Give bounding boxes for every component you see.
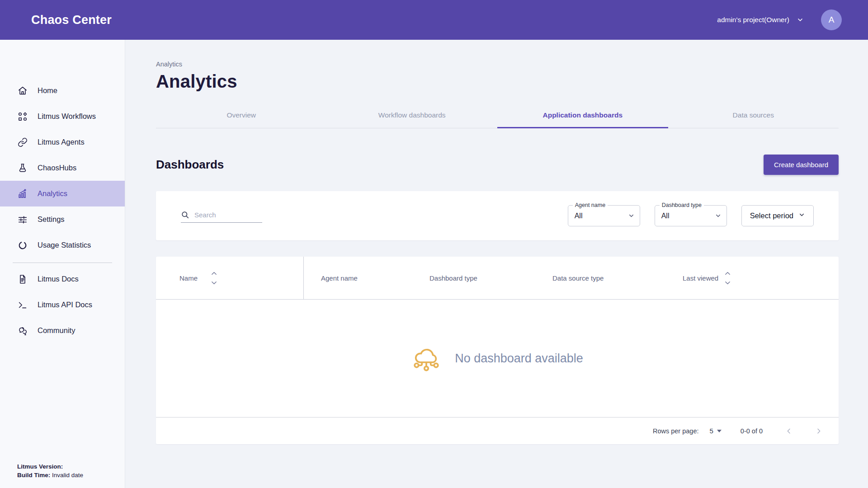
- breadcrumb: Analytics: [156, 61, 839, 68]
- flask-icon: [17, 163, 28, 174]
- column-header-dashboard-type: Dashboard type: [412, 257, 534, 299]
- column-label: Last viewed: [683, 274, 718, 282]
- agent-name-select-value: All: [575, 212, 583, 220]
- create-dashboard-button[interactable]: Create dashboard: [764, 155, 839, 175]
- cloud-network-icon: [411, 344, 441, 372]
- tab-workflow-dashboards[interactable]: Workflow dashboards: [327, 103, 498, 128]
- chevron-left-icon: [785, 427, 793, 435]
- usage-circle-icon: [17, 240, 28, 251]
- sidebar-item-analytics[interactable]: Analytics: [0, 181, 125, 206]
- column-header-data-source-type: Data source type: [534, 257, 665, 299]
- pagination-range: 0-0 of 0: [741, 427, 763, 435]
- build-time-label: Build Time:: [17, 472, 50, 479]
- sidebar-item-litmus-workflows[interactable]: Litmus Workflows: [0, 103, 125, 129]
- top-bar: Chaos Center admin's project(Owner) A: [0, 0, 868, 40]
- sidebar-item-litmus-agents[interactable]: Litmus Agents: [0, 129, 125, 155]
- empty-state: No dashboard available: [156, 300, 839, 417]
- sidebar-item-label: Settings: [38, 215, 65, 224]
- column-header-name: Name: [156, 257, 304, 299]
- sidebar-item-label: Litmus Agents: [38, 138, 85, 146]
- rows-per-page-label: Rows per page:: [653, 427, 699, 435]
- tab-data-sources[interactable]: Data sources: [668, 103, 839, 128]
- sidebar-item-litmus-api-docs[interactable]: Litmus API Docs: [0, 292, 125, 318]
- select-period-label: Select period: [750, 211, 793, 220]
- main-content: Analytics Analytics Overview Workflow da…: [125, 40, 868, 488]
- avatar-initial: A: [829, 15, 835, 25]
- previous-page-button[interactable]: [783, 425, 795, 437]
- column-header-agent-name: Agent name: [304, 257, 412, 299]
- dashboard-type-select-label: Dashboard type: [660, 202, 704, 208]
- sidebar-item-label: ChaosHubs: [38, 164, 76, 172]
- tab-application-dashboards[interactable]: Application dashboards: [497, 103, 668, 128]
- sort-ascending-icon[interactable]: [725, 272, 731, 275]
- project-selector[interactable]: admin's project(Owner): [717, 16, 804, 24]
- pagination-bar: Rows per page: 5 0-0 of 0: [156, 417, 839, 444]
- rows-per-page-value: 5: [709, 427, 713, 435]
- column-label: Data source type: [552, 274, 604, 282]
- dashboard-type-select-value: All: [661, 212, 670, 220]
- workflows-icon: [17, 111, 28, 122]
- column-label: Dashboard type: [429, 274, 477, 282]
- sidebar-item-label: Community: [38, 326, 75, 335]
- home-icon: [17, 85, 28, 96]
- tab-bar: Overview Workflow dashboards Application…: [156, 103, 839, 128]
- document-icon: [17, 274, 28, 285]
- column-label: Name: [179, 274, 198, 282]
- sort-descending-icon[interactable]: [725, 281, 731, 285]
- page-title: Analytics: [156, 71, 839, 92]
- empty-state-message: No dashboard available: [455, 352, 583, 366]
- sidebar-item-settings[interactable]: Settings: [0, 206, 125, 232]
- next-page-button[interactable]: [812, 425, 825, 437]
- litmus-version-label: Litmus Version:: [17, 463, 63, 470]
- project-selector-label: admin's project(Owner): [717, 16, 789, 24]
- sidebar-divider: [13, 263, 112, 263]
- dashboard-type-select[interactable]: Dashboard type All: [655, 205, 727, 226]
- sidebar-item-label: Litmus API Docs: [38, 300, 92, 309]
- sidebar-item-label: Analytics: [38, 189, 67, 198]
- dashboards-table: Name Agent name Dashboard type Data sour…: [156, 257, 839, 444]
- sidebar-item-label: Usage Statistics: [38, 241, 91, 249]
- chevron-right-icon: [815, 427, 822, 435]
- caret-down-icon: [717, 430, 722, 432]
- avatar[interactable]: A: [821, 9, 842, 30]
- search-field: [181, 209, 262, 223]
- sidebar-item-label: Litmus Docs: [38, 275, 79, 283]
- sidebar-item-home[interactable]: Home: [0, 78, 125, 103]
- search-input[interactable]: [181, 209, 262, 223]
- filter-controls: Agent name All Dashboard type All Select…: [568, 205, 814, 226]
- version-info: Litmus Version: Build Time: Invalid date: [17, 462, 83, 480]
- column-label: Agent name: [321, 274, 358, 282]
- sidebar-nav: Home Litmus Workflows Litmus Agents Chao…: [0, 40, 125, 343]
- sidebar-item-litmus-docs[interactable]: Litmus Docs: [0, 266, 125, 292]
- chevron-down-icon: [715, 212, 722, 219]
- sort-ascending-icon[interactable]: [211, 272, 217, 275]
- analytics-chart-icon: [17, 188, 28, 199]
- section-header: Dashboards Create dashboard: [156, 155, 839, 175]
- table-header-row: Name Agent name Dashboard type Data sour…: [156, 257, 839, 300]
- link-icon: [17, 137, 28, 148]
- sliders-icon: [17, 214, 28, 225]
- chat-bubbles-icon: [17, 325, 28, 336]
- rows-per-page-select[interactable]: 5: [709, 427, 721, 435]
- column-header-last-viewed: Last viewed: [665, 257, 731, 299]
- sort-descending-icon[interactable]: [211, 281, 217, 285]
- app-title: Chaos Center: [31, 13, 112, 27]
- sidebar-item-label: Home: [38, 86, 57, 95]
- chevron-down-icon: [797, 16, 804, 23]
- filter-bar: Agent name All Dashboard type All Select…: [156, 191, 839, 240]
- tab-overview[interactable]: Overview: [156, 103, 327, 128]
- sidebar-item-label: Litmus Workflows: [38, 112, 96, 121]
- select-period-button[interactable]: Select period: [741, 205, 814, 226]
- sort-control: [211, 272, 217, 285]
- sidebar-item-usage-statistics[interactable]: Usage Statistics: [0, 232, 125, 258]
- chevron-down-icon: [798, 211, 805, 220]
- build-time-value: Invalid date: [52, 472, 83, 479]
- topbar-right: admin's project(Owner) A: [717, 9, 842, 30]
- sidebar-item-chaoshubs[interactable]: ChaosHubs: [0, 155, 125, 181]
- search-icon: [181, 211, 189, 221]
- terminal-icon: [17, 300, 28, 310]
- chevron-down-icon: [628, 212, 635, 219]
- sidebar: Home Litmus Workflows Litmus Agents Chao…: [0, 40, 125, 488]
- sidebar-item-community[interactable]: Community: [0, 318, 125, 343]
- agent-name-select[interactable]: Agent name All: [568, 205, 640, 226]
